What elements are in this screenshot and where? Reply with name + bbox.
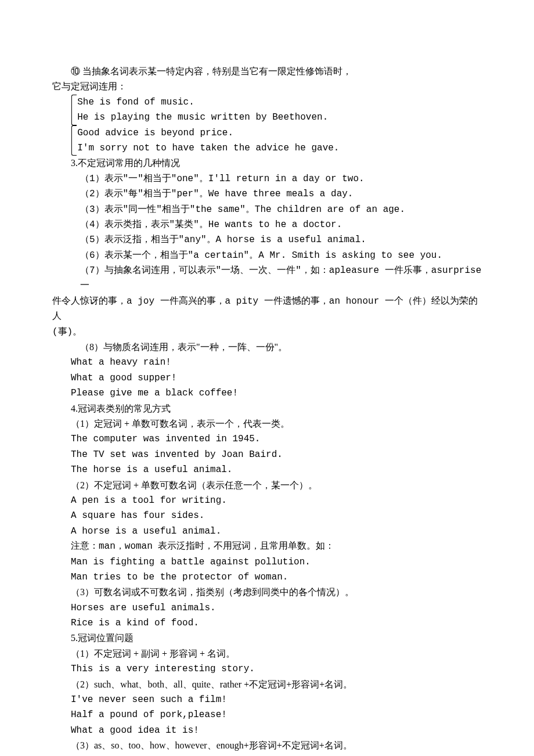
example-line: Please give me a black coffee! <box>52 386 482 401</box>
section-title: 3.不定冠词常用的几种情况 <box>52 156 482 171</box>
paragraph-text: 它与定冠词连用： <box>52 79 482 94</box>
example-line: The computer was invented in 1945. <box>52 431 482 447</box>
example-line: The TV set was invented by Joan Baird. <box>52 447 482 462</box>
section-title: 5.冠词位置问题 <box>52 631 482 646</box>
list-item: （3）表示"同一性"相当于"the same"。The children are… <box>52 202 482 217</box>
list-item: （2）不定冠词 + 单数可数名词（表示任意一个，某一个）。 <box>52 478 482 493</box>
note-text: 注意：man，woman 表示泛指时，不用冠词，且常用单数。如： <box>52 539 482 554</box>
example-line: Horses are useful animals. <box>52 600 482 615</box>
left-brace-icon <box>71 125 77 156</box>
example-line: It is as pleasant a day as I have ever s… <box>52 754 482 756</box>
paragraph-text: ⑩ 当抽象名词表示某一特定内容，特别是当它有一限定性修饰语时， <box>52 64 482 79</box>
list-item: （1）表示"一"相当于"one"。I'll return in a day or… <box>52 171 482 186</box>
list-item: （1）不定冠词 + 副词 + 形容词 + 名词。 <box>52 646 482 661</box>
example-line: The horse is a useful animal. <box>52 462 482 477</box>
example-line: A pen is a tool for writing. <box>52 493 482 508</box>
example-line: What a heavy rain! <box>52 355 482 370</box>
list-item: 件令人惊讶的事，a joy 一件高兴的事，a pity 一件遗憾的事，an ho… <box>52 294 482 325</box>
example-line: She is fond of music. <box>74 95 482 110</box>
example-line: He is playing the music written by Beeth… <box>74 110 482 125</box>
list-item: （8）与物质名词连用，表示"一种，一阵、一份"。 <box>52 340 482 355</box>
brace-group-2: Good advice is beyond price. I'm sorry n… <box>74 125 482 156</box>
list-item: （7）与抽象名词连用，可以表示"一场、一次、一件"，如：apleasure 一件… <box>52 263 482 294</box>
example-line: Rice is a kind of food. <box>52 615 482 631</box>
list-item: （4）表示类指，表示"某类"。He wants to he a doctor. <box>52 217 482 232</box>
list-item: （2）表示"每"相当于"per"。We have three meals a d… <box>52 186 482 201</box>
list-item: （6）表示某一个，相当于"a certain"。A Mr. Smith is a… <box>52 248 482 263</box>
list-item: （1）定冠词 + 单数可数名词，表示一个，代表一类。 <box>52 416 482 431</box>
brace-group-1: She is fond of music. He is playing the … <box>74 95 482 125</box>
example-line: A square has four sides. <box>52 508 482 523</box>
list-item: （3）可数名词或不可数名词，指类别（考虑到同类中的各个情况）。 <box>52 585 482 600</box>
list-item: （3）as、so、too、how、however、enough+形容词+不定冠词… <box>52 738 482 753</box>
example-line: I've never seen such a film! <box>52 692 482 707</box>
example-line: Man is fighting a battle against polluti… <box>52 555 482 570</box>
list-item: （5）表示泛指，相当于"any"。A horse is a useful ani… <box>52 232 482 247</box>
section-title: 4.冠词表类别的常见方式 <box>52 401 482 416</box>
example-line: Half a pound of pork,please! <box>52 707 482 722</box>
list-item: (事)。 <box>52 325 482 340</box>
example-line: What a good supper! <box>52 370 482 386</box>
list-item: （2）such、what、both、all、quite、rather +不定冠词… <box>52 677 482 692</box>
left-brace-icon <box>71 95 77 125</box>
example-line: A horse is a useful animal. <box>52 524 482 539</box>
example-line: I'm sorry not to have taken the advice h… <box>74 141 482 156</box>
example-line: What a good idea it is! <box>52 723 482 738</box>
example-line: This is a very interesting story. <box>52 661 482 676</box>
example-line: Good advice is beyond price. <box>74 125 482 141</box>
example-line: Man tries to be the protector of woman. <box>52 570 482 585</box>
